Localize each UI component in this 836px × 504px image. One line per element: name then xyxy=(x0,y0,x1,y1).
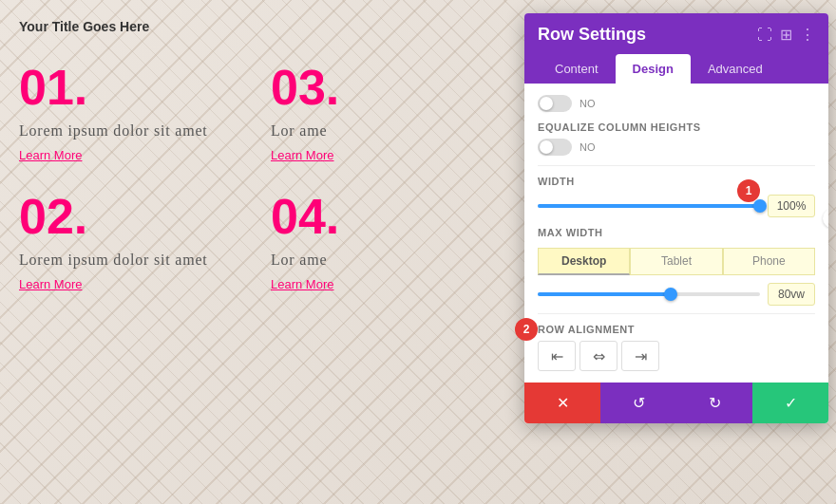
max-width-slider-row: 80vw xyxy=(538,283,815,306)
panel-header-top: Row Settings ⛶ ⊞ ⋮ xyxy=(538,25,815,45)
equalize-label: Equalize Column Heights xyxy=(538,121,815,133)
device-tab-phone[interactable]: Phone xyxy=(723,248,815,275)
grid-item-1: 01. Lorem ipsum dolor sit amet Learn Mor… xyxy=(19,53,261,173)
align-right-btn[interactable]: ⇥ xyxy=(621,341,659,371)
tab-content[interactable]: Content xyxy=(538,54,616,84)
max-width-slider-fill xyxy=(538,292,671,296)
toggle-top-label: NO xyxy=(580,98,596,109)
body-text-3: Lor ame xyxy=(271,120,513,142)
toggle-row-equalize: NO xyxy=(538,139,815,156)
panel-header: Row Settings ⛶ ⊞ ⋮ Content Design Advanc… xyxy=(524,13,828,84)
width-slider-section: 100% xyxy=(538,195,815,217)
device-tab-tablet[interactable]: Tablet xyxy=(630,248,722,275)
number-2: 02. xyxy=(19,192,261,241)
max-width-label: Max Width xyxy=(538,227,815,238)
row-alignment-label: Row Alignment xyxy=(538,324,815,335)
row-settings-panel: Row Settings ⛶ ⊞ ⋮ Content Design Advanc… xyxy=(524,13,828,423)
panel-title: Row Settings xyxy=(538,25,646,45)
content-grid: 01. Lorem ipsum dolor sit amet Learn Mor… xyxy=(19,53,513,302)
grid-item-4: 04. Lor ame Learn More xyxy=(271,182,513,302)
learn-more-1[interactable]: Learn More xyxy=(19,148,82,162)
learn-more-2[interactable]: Learn More xyxy=(19,277,82,291)
columns-icon[interactable]: ⊞ xyxy=(780,26,792,44)
width-slider-row: 100% xyxy=(538,195,815,217)
divider-2 xyxy=(538,313,815,314)
device-tab-desktop[interactable]: Desktop xyxy=(538,248,630,275)
learn-more-4[interactable]: Learn More xyxy=(271,277,333,291)
device-tabs: Desktop Tablet Phone xyxy=(538,248,815,275)
number-3: 03. xyxy=(271,63,513,112)
body-text-1: Lorem ipsum dolor sit amet xyxy=(19,120,261,142)
panel-tabs: Content Design Advanced xyxy=(538,54,815,84)
width-value[interactable]: 100% xyxy=(768,195,815,217)
number-4: 04. xyxy=(271,192,513,241)
more-icon[interactable]: ⋮ xyxy=(800,26,815,44)
body-text-2: Lorem ipsum dolor sit amet xyxy=(19,249,261,271)
width-slider-fill xyxy=(538,204,760,208)
width-slider-thumb[interactable] xyxy=(753,199,767,213)
max-width-slider-section: 80vw xyxy=(538,283,815,306)
max-width-slider-thumb[interactable] xyxy=(664,288,677,301)
toggle-equalize[interactable] xyxy=(538,139,572,156)
toggle-equalize-label: NO xyxy=(580,141,596,153)
align-left-btn[interactable]: ⇤ xyxy=(538,341,576,371)
expand-icon[interactable]: ⛶ xyxy=(757,27,772,44)
width-slider-track[interactable] xyxy=(538,204,760,208)
grid-item-3: 03. Lor ame Learn More xyxy=(271,53,513,173)
grid-item-2: 02. Lorem ipsum dolor sit amet Learn Mor… xyxy=(19,182,261,302)
width-label: Width xyxy=(538,176,815,187)
cancel-button[interactable]: ✕ xyxy=(524,383,600,423)
panel-body: NO Equalize Column Heights NO Width 100%… xyxy=(524,84,828,383)
panel-footer: ✕ ↺ ↻ ✓ xyxy=(524,383,828,423)
toggle-top[interactable] xyxy=(538,95,572,112)
tab-advanced[interactable]: Advanced xyxy=(691,54,780,84)
body-text-4: Lor ame xyxy=(271,249,513,271)
toggle-row-top: NO xyxy=(538,95,815,112)
max-width-value[interactable]: 80vw xyxy=(768,283,815,306)
panel-header-icons: ⛶ ⊞ ⋮ xyxy=(757,26,815,44)
undo-button[interactable]: ↺ xyxy=(600,383,676,423)
badge-2: 2 xyxy=(515,318,538,341)
badge-1: 1 xyxy=(737,179,760,202)
save-button[interactable]: ✓ xyxy=(752,383,828,423)
max-width-slider-track[interactable] xyxy=(538,292,760,296)
number-1: 01. xyxy=(19,63,261,112)
divider-1 xyxy=(538,165,815,166)
redo-button[interactable]: ↻ xyxy=(676,383,752,423)
alignment-row: ⇤ ⇔ ⇥ xyxy=(538,341,815,371)
tab-design[interactable]: Design xyxy=(616,54,691,84)
learn-more-3[interactable]: Learn More xyxy=(271,148,333,162)
align-center-btn[interactable]: ⇔ xyxy=(580,341,618,371)
